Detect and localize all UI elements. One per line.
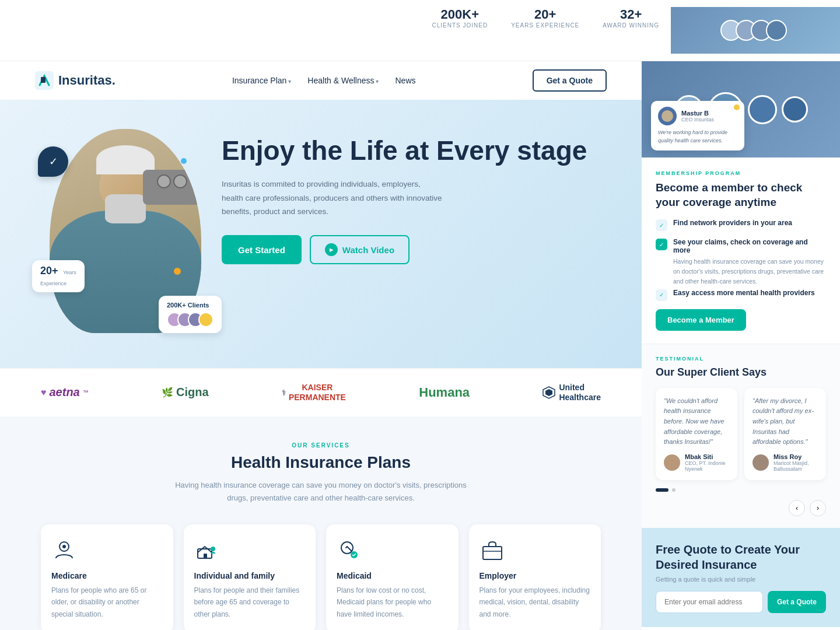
feature-2-label: See your claims, check on coverage and m… [673, 238, 826, 254]
testimonial-2-quote: "After my divorce, I couldn't afford my … [752, 396, 818, 447]
shield-badge: ✓ [38, 146, 68, 177]
stat-years-label: YEARS EXPERIENCE [511, 22, 579, 29]
author-1-name: Mbak Siti [685, 453, 729, 460]
membership-title: Become a member to check your coverage a… [656, 181, 826, 209]
svg-marker-3 [545, 389, 552, 396]
clients-badge: 200K+ Clients [159, 296, 222, 333]
nav-quote-button[interactable]: Get a Quote [533, 69, 607, 92]
free-quote-subtitle: Getting a quote is quick and simple [656, 576, 826, 583]
medicare-icon [51, 537, 77, 563]
ceo-quote: We're working hard to provide quality he… [658, 129, 737, 145]
email-input[interactable] [656, 591, 763, 613]
membership-feature-1: ✓ Find network providers in your area [656, 219, 826, 231]
dot-orange [174, 268, 181, 275]
free-quote-section: Free Quote to Create Your Desired Insura… [642, 528, 840, 627]
hero-buttons: Get Started ▶ Watch Video [222, 235, 607, 264]
svg-rect-1 [41, 77, 46, 83]
hero-section: ✓ 20+ YearsExperience 200K+ Clients [0, 100, 642, 368]
service-card-medicaid: Medicaid Plans for low cost or no cost, … [326, 524, 459, 630]
nav-news[interactable]: News [395, 76, 415, 85]
testimonial-1-author: Mbak Siti CEO, PT. Indonie Nyenek [664, 453, 729, 472]
testimonial-card-2: "After my divorce, I couldn't afford my … [744, 388, 826, 480]
play-icon: ▶ [325, 243, 338, 256]
stat-clients-number: 200K+ [432, 7, 488, 22]
ceo-name: Mastur B [681, 110, 714, 117]
united-logo-icon [542, 386, 555, 399]
family-name: Individual and family [194, 571, 306, 580]
employer-icon [480, 537, 505, 563]
service-card-family: Individual and family Plans for people a… [184, 524, 316, 630]
medicare-name: Medicare [51, 571, 163, 580]
become-member-button[interactable]: Become a Member [656, 309, 746, 331]
author-2-name: Miss Roy [774, 453, 818, 460]
service-cards-container: Medicare Plans for people who are 65 or … [41, 524, 601, 630]
membership-feature-2: ✓ See your claims, check on coverage and… [656, 238, 826, 286]
membership-section: MEMBERSHIP PROGRAM Become a member to ch… [642, 158, 840, 344]
hero-image-area: ✓ 20+ YearsExperience 200K+ Clients [41, 123, 204, 345]
testimonial-1-quote: "We couldn't afford health insurance bef… [664, 396, 729, 447]
medicaid-icon [337, 537, 362, 563]
get-quote-button[interactable]: Get a Quote [768, 591, 826, 613]
top-stats-bar: 200K+ CLIENTS JOINED 20+ YEARS EXPERIENC… [0, 0, 840, 61]
free-quote-form: Get a Quote [656, 591, 826, 613]
employer-name: Employer [480, 571, 591, 580]
logo-icon [35, 71, 54, 90]
feature-1-label: Find network providers in your area [673, 219, 792, 227]
medicare-desc: Plans for people who are 65 or older, or… [51, 584, 163, 620]
partner-cigna: 🌿 Cigna [162, 386, 209, 399]
nav-links: Insurance Plan▾ Health & Wellness▾ News [232, 76, 416, 85]
stat-clients-label: CLIENTS JOINED [432, 22, 488, 29]
partner-aetna: ♥ aetna ™ [41, 386, 89, 399]
svg-point-5 [62, 545, 66, 548]
team-photo-area: Mastur B CEO Insuritas We're working har… [642, 61, 840, 158]
logo-text: Insuritas. [58, 73, 116, 88]
membership-tag: MEMBERSHIP PROGRAM [656, 170, 826, 176]
medicaid-name: Medicaid [337, 571, 448, 580]
pagination-dots [656, 488, 826, 492]
get-started-button[interactable]: Get Started [222, 235, 302, 264]
feature-2-detail: Having health insurance coverage can sav… [673, 257, 826, 286]
author-2-avatar [752, 454, 769, 471]
medicaid-desc: Plans for low cost or no cost, Medicaid … [337, 584, 448, 620]
feature-1-icon: ✓ [656, 219, 667, 231]
testimonial-title: Our Super Client Says [656, 366, 826, 379]
stat-clients: 200K+ CLIENTS JOINED [432, 7, 488, 54]
services-description: Having health insurance coverage can sav… [175, 479, 467, 505]
feature-3-label: Easy access more mental health providers [673, 289, 815, 297]
hero-title: Enjoy the Life at Every stage [222, 135, 607, 167]
stat-awards-label: AWARD WINNING [603, 22, 659, 29]
testimonial-nav: ‹ › [656, 500, 826, 516]
dot-inactive-1 [672, 488, 676, 492]
testimonial-card-1: "We couldn't afford health insurance bef… [656, 388, 737, 480]
partner-humana: Humana [419, 385, 470, 400]
partner-kaiser: ⚕ KAISERPERMANENTE [282, 383, 346, 402]
boombox [143, 170, 201, 205]
testimonial-next[interactable]: › [810, 500, 826, 516]
partner-united: UnitedHealthcare [542, 383, 601, 402]
testimonial-section: TESTIMONIAL Our Super Client Says "We co… [642, 344, 840, 528]
ceo-card: Mastur B CEO Insuritas We're working har… [651, 101, 744, 150]
hero-description: Insuritas is commited to providing indiv… [222, 177, 443, 219]
svg-point-9 [341, 542, 353, 554]
services-title: Health Insurance Plans [41, 453, 601, 472]
svg-rect-7 [204, 554, 207, 558]
family-icon [194, 537, 220, 563]
navbar: Insuritas. Insurance Plan▾ Health & Well… [0, 61, 642, 100]
watch-video-button[interactable]: ▶ Watch Video [310, 235, 410, 264]
services-tag: OUR SERVICES [41, 442, 601, 449]
employer-desc: Plans for your employees, including medi… [480, 584, 591, 620]
testimonial-cards: "We couldn't afford health insurance bef… [656, 388, 826, 480]
nav-health[interactable]: Health & Wellness▾ [307, 76, 379, 85]
partners-section: ♥ aetna ™ 🌿 Cigna ⚕ KAISERPERMANENTE Hum… [0, 368, 642, 416]
feature-2-icon: ✓ [656, 239, 667, 250]
author-1-title: CEO, PT. Indonie Nyenek [685, 460, 729, 472]
stat-years-number: 20+ [511, 7, 579, 22]
service-card-employer: Employer Plans for your employees, inclu… [469, 524, 601, 630]
services-section: OUR SERVICES Health Insurance Plans Havi… [0, 416, 642, 630]
testimonial-tag: TESTIMONIAL [656, 356, 826, 362]
stat-awards-number: 32+ [603, 7, 659, 22]
dot-blue [181, 158, 187, 164]
testimonial-prev[interactable]: ‹ [789, 500, 805, 516]
testimonial-2-author: Miss Roy Maricot Masjid, Baltussalam [752, 453, 818, 472]
nav-insurance[interactable]: Insurance Plan▾ [232, 76, 291, 85]
